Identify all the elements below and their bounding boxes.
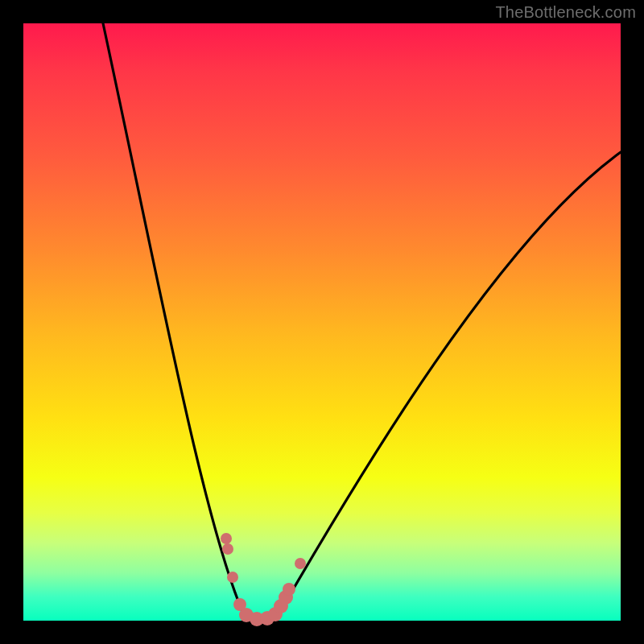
chart-frame: TheBottleneck.com: [0, 0, 644, 644]
curve-marker: [222, 543, 233, 555]
curve-marker: [221, 533, 232, 544]
watermark-text: TheBottleneck.com: [495, 3, 636, 22]
curve-marker: [283, 583, 295, 596]
plot-area: [23, 23, 621, 621]
curve-marker: [295, 558, 306, 569]
curve-layer: [23, 23, 621, 621]
marker-cluster: [221, 533, 306, 626]
bottleneck-curve: [103, 23, 621, 617]
curve-marker: [227, 572, 238, 583]
